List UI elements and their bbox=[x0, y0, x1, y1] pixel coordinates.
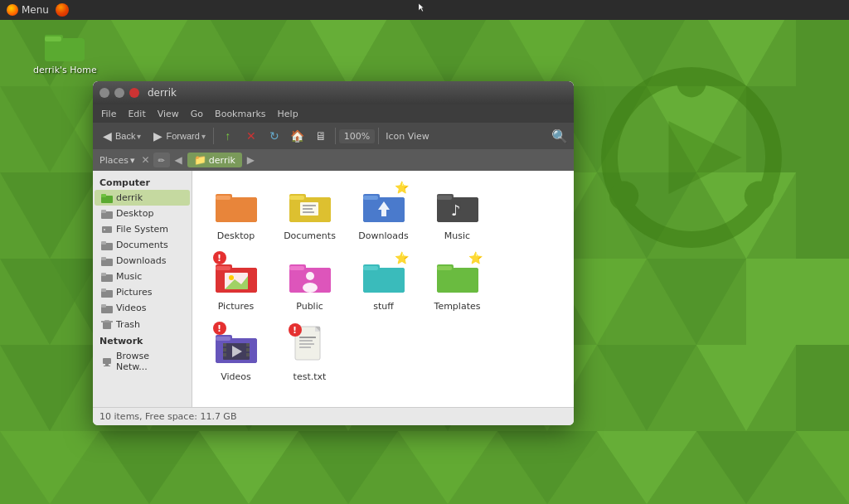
svg-point-57 bbox=[609, 182, 638, 211]
svg-marker-45 bbox=[796, 345, 849, 431]
svg-rect-98 bbox=[303, 211, 314, 213]
stuff-star-badge: ⭐ bbox=[395, 251, 409, 264]
sidebar-item-label-music: Music bbox=[116, 271, 142, 282]
menu-help[interactable]: Help bbox=[273, 107, 303, 121]
sidebar-item-desktop[interactable]: Desktop bbox=[95, 206, 190, 221]
stop-icon: ✕ bbox=[245, 129, 258, 143]
file-item-test-txt[interactable]: ! test.txt bbox=[274, 320, 345, 387]
back-icon: ◀ bbox=[100, 129, 114, 143]
home-icon: 🏠 bbox=[291, 129, 304, 143]
svg-rect-96 bbox=[303, 205, 316, 206]
svg-rect-85 bbox=[105, 364, 109, 366]
file-item-downloads[interactable]: ⭐ Downloads bbox=[348, 179, 419, 246]
menu-edit[interactable]: Edit bbox=[123, 107, 150, 121]
file-item-label-desktop: Desktop bbox=[217, 230, 255, 241]
testtxt-exclaim-badge: ! bbox=[289, 323, 302, 337]
sidebar-item-label-filesystem: File System bbox=[116, 224, 168, 235]
firefox-icon[interactable] bbox=[56, 3, 69, 17]
svg-rect-102 bbox=[363, 196, 378, 200]
public-folder-icon bbox=[289, 258, 332, 294]
file-item-music[interactable]: ♪ Music bbox=[422, 179, 492, 246]
svg-text:♪: ♪ bbox=[451, 201, 461, 219]
sidebar-folder-icon bbox=[101, 303, 113, 313]
svg-rect-148 bbox=[299, 343, 314, 345]
view-label: Icon View bbox=[382, 129, 433, 143]
sidebar-item-label-trash: Trash bbox=[116, 319, 140, 330]
file-item-label-stuff: stuff bbox=[373, 301, 394, 312]
zoom-level: 100% bbox=[339, 129, 375, 143]
svg-marker-27 bbox=[796, 172, 849, 259]
svg-rect-84 bbox=[103, 358, 111, 364]
home-button[interactable]: 🏠 bbox=[287, 127, 308, 145]
maximize-button[interactable] bbox=[114, 88, 124, 98]
sidebar-item-music[interactable]: Music bbox=[95, 269, 190, 284]
sidebar-item-network[interactable]: Browse Netw... bbox=[95, 348, 190, 375]
up-icon: ↑ bbox=[221, 129, 235, 143]
reload-icon: ↻ bbox=[268, 129, 281, 143]
file-grid: Desktop Docum bbox=[192, 171, 574, 407]
search-button[interactable]: 🔍 bbox=[549, 127, 570, 145]
taskbar-menu[interactable]: Menu bbox=[7, 4, 49, 16]
status-text: 10 items, Free space: 11.7 GB bbox=[99, 411, 236, 422]
menu-view[interactable]: View bbox=[153, 107, 184, 121]
path-next-button[interactable]: ▶ bbox=[244, 153, 258, 167]
forward-label: Forward bbox=[166, 131, 199, 141]
computer-button[interactable]: 🖥 bbox=[310, 127, 332, 145]
forward-button[interactable]: ▶ Forward ▾ bbox=[147, 127, 209, 145]
file-item-desktop[interactable]: Desktop bbox=[201, 179, 271, 246]
menu-file[interactable]: File bbox=[96, 107, 121, 121]
svg-rect-139 bbox=[246, 348, 250, 351]
desktop-home-icon[interactable]: derrik's Home bbox=[33, 27, 97, 75]
close-button[interactable] bbox=[129, 88, 139, 98]
computer-section-label: Computer bbox=[93, 174, 192, 190]
menu-go[interactable]: Go bbox=[186, 107, 208, 121]
file-item-pictures[interactable]: ! Pictures bbox=[201, 250, 271, 317]
toolbar: ◀ Back ▾ ▶ Forward ▾ ↑ ✕ ↻ 🏠 🖥 100% Icon… bbox=[93, 123, 574, 149]
file-item-label-templates: Templates bbox=[434, 301, 481, 312]
reload-button[interactable]: ↻ bbox=[264, 127, 285, 145]
sidebar-item-pictures[interactable]: Pictures bbox=[95, 284, 190, 300]
svg-rect-149 bbox=[299, 346, 311, 348]
sidebar-item-filesystem[interactable]: File System bbox=[95, 221, 190, 237]
current-folder-button[interactable]: 📁 derrik bbox=[187, 153, 242, 167]
toolbar-separator-2 bbox=[335, 128, 336, 144]
up-button[interactable]: ↑ bbox=[217, 127, 239, 145]
svg-rect-89 bbox=[216, 197, 257, 222]
downloads-star-badge: ⭐ bbox=[395, 181, 409, 194]
desktop-icon-label: derrik's Home bbox=[33, 65, 97, 75]
svg-rect-80 bbox=[101, 304, 106, 308]
file-item-public[interactable]: Public bbox=[274, 250, 345, 317]
svg-rect-74 bbox=[101, 257, 106, 260]
content-area: Computer derrik Desktop bbox=[93, 171, 574, 407]
sidebar-item-label-pictures: Pictures bbox=[116, 287, 153, 298]
places-dropdown[interactable]: Places ▾ bbox=[96, 153, 138, 167]
videos-exclaim-badge: ! bbox=[213, 322, 226, 335]
sidebar-item-trash[interactable]: Trash bbox=[95, 316, 190, 332]
back-button[interactable]: ◀ Back ▾ bbox=[96, 127, 145, 145]
svg-rect-107 bbox=[437, 196, 452, 200]
file-item-stuff[interactable]: ⭐ stuff bbox=[348, 250, 419, 317]
svg-marker-36 bbox=[746, 259, 849, 345]
sidebar-network-icon bbox=[101, 356, 113, 366]
file-item-templates[interactable]: ⭐ Templates bbox=[422, 250, 492, 317]
minimize-button[interactable] bbox=[99, 88, 109, 98]
svg-rect-137 bbox=[223, 353, 226, 356]
file-item-label-downloads: Downloads bbox=[358, 230, 408, 241]
path-edit-button[interactable]: ✏ bbox=[153, 153, 170, 167]
sidebar-item-documents[interactable]: Documents bbox=[95, 237, 190, 253]
svg-rect-97 bbox=[303, 208, 313, 210]
stop-button[interactable]: ✕ bbox=[240, 127, 262, 145]
sidebar-item-downloads[interactable]: Downloads bbox=[95, 253, 190, 269]
file-item-videos[interactable]: ! Videos bbox=[201, 320, 271, 387]
svg-point-114 bbox=[229, 275, 234, 280]
sidebar-item-videos[interactable]: Videos bbox=[95, 300, 190, 316]
svg-marker-60 bbox=[419, 3, 424, 12]
menu-bookmarks[interactable]: Bookmarks bbox=[210, 107, 270, 121]
path-prev-button[interactable]: ◀ bbox=[172, 153, 186, 167]
file-item-label-pictures: Pictures bbox=[218, 301, 255, 312]
sidebar-item-derrik[interactable]: derrik bbox=[95, 190, 190, 206]
svg-rect-72 bbox=[101, 241, 106, 245]
places-close-button[interactable]: ✕ bbox=[140, 153, 152, 167]
file-item-documents[interactable]: Documents bbox=[274, 179, 345, 246]
svg-rect-138 bbox=[246, 343, 250, 346]
